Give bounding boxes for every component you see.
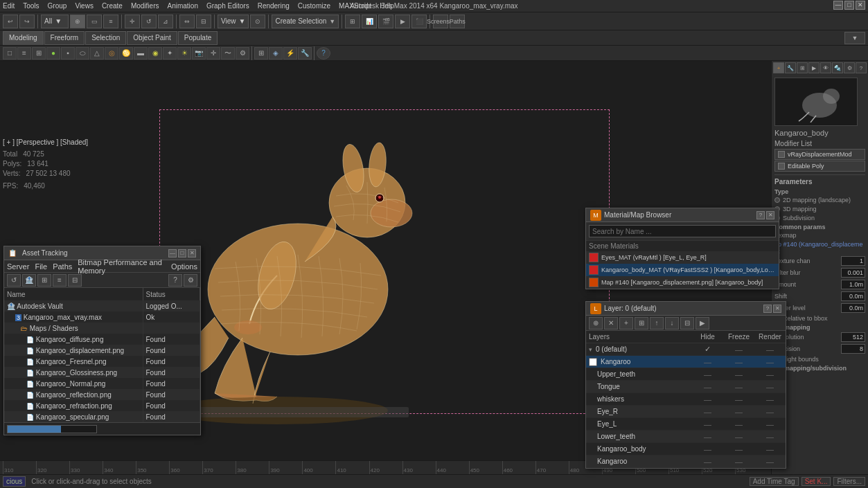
mat-browser-close-button[interactable]: ✕ (766, 211, 774, 219)
rotate-button[interactable]: ↺ (141, 15, 157, 28)
layer-button[interactable]: ⊞ (345, 15, 360, 28)
lights-icon-btn[interactable]: ☀ (177, 47, 191, 60)
table-row[interactable]: 🗁 Maps / Shaders (4, 323, 200, 334)
rpanel-tab-extra2[interactable]: ? (856, 62, 867, 73)
asset-help-button[interactable]: ? (168, 274, 182, 287)
layer-row-upper-teeth[interactable]: Upper_teeth — — — (586, 368, 786, 381)
layer-close-button[interactable]: ✕ (773, 305, 781, 313)
menu-maxscript[interactable]: MAXScript (339, 2, 371, 10)
menu-customize[interactable]: Customize (298, 2, 330, 10)
mat-browser-help-button[interactable]: ? (756, 211, 765, 219)
menu-rendering[interactable]: Rendering (258, 2, 290, 10)
active-render-button[interactable]: ⬛ (411, 15, 427, 28)
close-button[interactable]: ✕ (856, 1, 865, 10)
asset-settings-button[interactable]: ⚙ (184, 274, 197, 287)
layer-new-button[interactable]: ⊕ (589, 317, 603, 329)
table-row[interactable]: 📄 Kangaroo_Normal.png Found (4, 378, 200, 389)
menu-tools[interactable]: Tools (23, 2, 39, 10)
scale-button[interactable]: ⊿ (158, 15, 173, 28)
menu-views[interactable]: Views (75, 2, 94, 10)
layer-merge-button[interactable]: ⊟ (680, 317, 694, 329)
water-level-input[interactable] (841, 303, 865, 313)
layer-extra-button[interactable]: ▶ (696, 317, 709, 329)
asset-menu-paths[interactable]: Paths (53, 262, 72, 271)
help-icon-btn[interactable]: ? (317, 47, 330, 60)
layer-select-button[interactable]: ⊞ (635, 317, 648, 329)
modifier-poly-checkbox[interactable] (778, 163, 785, 170)
camera-icon-btn[interactable]: 📷 (192, 47, 206, 60)
geosphere-icon-btn[interactable]: ◉ (148, 47, 162, 60)
asset-minimize-button[interactable]: — (168, 249, 177, 257)
layer-add-button[interactable]: + (619, 317, 633, 329)
teapot-icon-btn[interactable]: ♋ (119, 47, 133, 60)
shapes-icon-btn[interactable]: ✦ (163, 47, 177, 60)
menu-help[interactable]: Help (380, 2, 394, 10)
coord-dropdown[interactable]: View ▼ (218, 15, 249, 28)
motion-icon-btn[interactable]: ⚡ (283, 47, 297, 60)
helpers-icon-btn[interactable]: ✛ (206, 47, 220, 60)
mirror-button[interactable]: ⇔ (179, 15, 195, 28)
rpanel-tab-extra1[interactable]: ⚙ (844, 62, 855, 73)
asset-menu-server[interactable]: Server (7, 262, 29, 271)
filter-blur-input[interactable] (841, 268, 865, 278)
asset-menu-options[interactable]: Options (171, 262, 197, 271)
tab-object-paint[interactable]: Object Paint (127, 31, 177, 45)
asset-list-button[interactable]: ≡ (53, 274, 67, 287)
table-row[interactable]: 3 Kangaroo_max_vray.max Ok (4, 311, 200, 323)
asset-maximize-button[interactable]: □ (178, 249, 186, 257)
menu-modifiers[interactable]: Modifiers (131, 2, 159, 10)
mat-search-input[interactable] (592, 228, 772, 235)
add-time-tag-button[interactable]: Add Time Tag (750, 477, 799, 486)
asset-close-button[interactable]: ✕ (188, 249, 196, 257)
create-selection-dropdown[interactable]: Create Selection ▼ (272, 15, 339, 28)
table-row[interactable]: 📄 Kangaroo_diffuse.png Found (4, 334, 200, 345)
select-by-name-button[interactable]: ≡ (103, 15, 118, 28)
paths-button[interactable]: Paths (450, 15, 465, 28)
layer-row-tongue[interactable]: Tongue — — — (586, 381, 786, 393)
grid-icon-btn[interactable]: ⊞ (32, 47, 46, 60)
asset-refresh-button[interactable]: ↺ (7, 274, 21, 287)
layer-move-up-button[interactable]: ↑ (650, 317, 664, 329)
set-key-button[interactable]: Set K... (801, 477, 831, 486)
asset-vault-button[interactable]: 🏦 (22, 274, 36, 287)
move-button[interactable]: ✛ (125, 15, 140, 28)
layer-row-kangaroo-last[interactable]: Kangaroo — — — (586, 455, 786, 468)
maximize-button[interactable]: □ (844, 1, 854, 10)
table-row[interactable]: 📄 Kangaroo_Glossiness.png Found (4, 367, 200, 378)
layer-row-kangaroo[interactable]: Kangaroo — — — (586, 356, 786, 368)
asset-menu-bitmap[interactable]: Bitmap Performance and Memory (78, 258, 166, 275)
layer-row-default[interactable]: ▾ 0 (default) ✓ — — (586, 343, 786, 356)
modifier-vray-checkbox[interactable] (778, 151, 785, 158)
box2-icon-btn[interactable]: ▪ (61, 47, 75, 60)
tab-freeform[interactable]: Freeform (44, 31, 85, 45)
list-icon-btn[interactable]: ≡ (17, 47, 31, 60)
box-icon-btn[interactable]: □ (3, 47, 17, 60)
table-row[interactable]: 📄 Kangaroo_displacement.png Found (4, 345, 200, 356)
menu-create[interactable]: Create (102, 2, 123, 10)
rpanel-tab-modify[interactable]: 🔧 (785, 62, 796, 73)
layer-row-eye-r[interactable]: Eye_R — — — (586, 406, 786, 418)
filter-dropdown[interactable]: All ▼ (41, 15, 69, 28)
table-row[interactable]: 🏦 Autodesk Vault Logged O... (4, 300, 200, 311)
render-button[interactable]: ▶ (395, 15, 410, 28)
torus-icon-btn[interactable]: ◎ (105, 47, 118, 60)
layer-row-kangaroo-body[interactable]: Kangaroo_body — — — (586, 443, 786, 455)
menu-edit[interactable]: Edit (3, 2, 15, 10)
layer-move-down-button[interactable]: ↓ (665, 317, 679, 329)
mat-item-eyes[interactable]: Eyes_MAT (vRayMtl ) [Eye_L, Eye_R] (586, 251, 779, 264)
rpanel-tab-utilities[interactable]: 🔩 (832, 62, 843, 73)
pivot-button[interactable]: ⊙ (250, 15, 265, 28)
tab-modeling[interactable]: Modeling (3, 31, 44, 45)
rpanel-tab-motion[interactable]: ▶ (808, 62, 820, 73)
cylinder-icon-btn[interactable]: ⬭ (76, 47, 89, 60)
undo-button[interactable]: ↩ (3, 15, 18, 28)
graph-button[interactable]: 📊 (362, 15, 377, 28)
menu-animation[interactable]: Animation (167, 2, 197, 10)
sphere-icon-btn[interactable]: ● (46, 47, 60, 60)
screenshot-button[interactable]: Screensot (433, 15, 448, 28)
table-row[interactable]: 📄 Kangaroo_Fresnel.png Found (4, 356, 200, 367)
rpanel-tab-display[interactable]: 👁 (820, 62, 831, 73)
mat-item-body[interactable]: Kangaroo_body_MAT (VRayFastSSS2 ) [Kanga… (586, 264, 779, 276)
plane-icon-btn[interactable]: ▬ (134, 47, 148, 60)
systems-icon-btn[interactable]: ⚙ (236, 47, 249, 60)
